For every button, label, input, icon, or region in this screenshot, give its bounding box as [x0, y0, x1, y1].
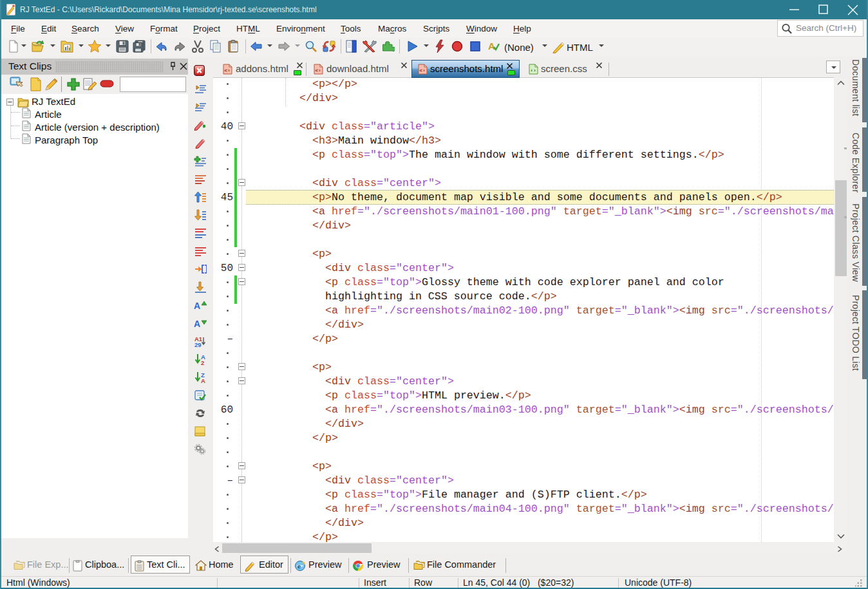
svg-text:‹›: ‹›	[530, 68, 536, 73]
svg-text:A: A	[488, 41, 495, 51]
svg-text:A: A	[194, 319, 200, 329]
svg-text:2: 2	[201, 359, 204, 365]
svg-text:<›: <›	[224, 68, 231, 73]
svg-text:<›: <›	[419, 68, 426, 73]
svg-text:A: A	[201, 377, 205, 383]
svg-text:e: e	[297, 562, 301, 570]
svg-text:A: A	[194, 301, 200, 311]
svg-text:<›: <›	[315, 68, 321, 73]
svg-text:29: 29	[194, 341, 202, 347]
